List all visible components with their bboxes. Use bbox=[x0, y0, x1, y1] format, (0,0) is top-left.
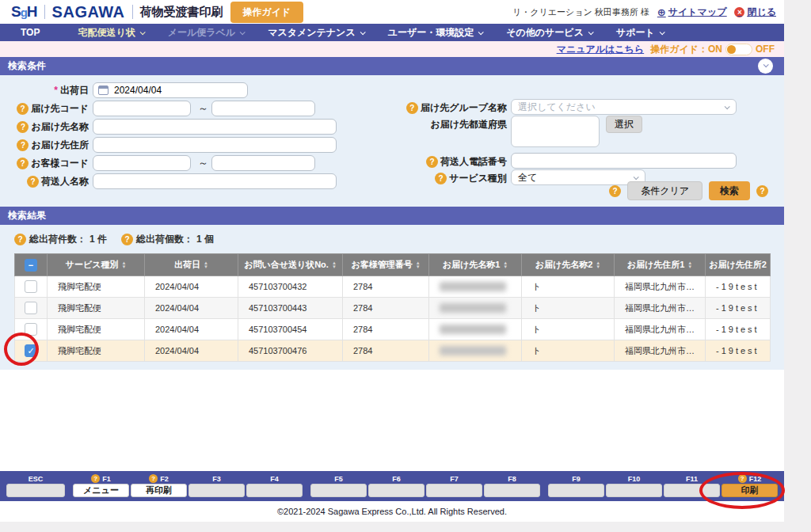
dest-code-to-input[interactable] bbox=[211, 101, 315, 116]
help-icon[interactable]: ? bbox=[17, 103, 29, 115]
dest-name-input[interactable] bbox=[93, 119, 337, 135]
col-header-dest-addr1[interactable]: お届け先住所1▲▼ bbox=[615, 254, 706, 276]
cell-customer-no: 2784 bbox=[343, 340, 429, 362]
ship-date-input[interactable] bbox=[93, 82, 248, 98]
page: SgH SAGAWA 荷物受渡書印刷 操作ガイド リ・クリエーション 秋田事務所… bbox=[0, 0, 784, 522]
cell-dest-name1 bbox=[429, 340, 522, 362]
col-header-service[interactable]: サービス種別▲▼ bbox=[48, 254, 145, 276]
help-icon[interactable]: ? bbox=[426, 156, 438, 168]
clear-conditions-button[interactable]: 条件クリア bbox=[627, 181, 702, 200]
sort-icon[interactable]: ▲▼ bbox=[121, 261, 126, 269]
pref-select-button[interactable]: 選択 bbox=[606, 116, 642, 133]
collapse-button[interactable] bbox=[758, 59, 773, 74]
help-icon[interactable]: ? bbox=[27, 176, 39, 188]
cell-ship-date: 2024/04/04 bbox=[145, 340, 238, 362]
help-icon[interactable]: ? bbox=[609, 185, 621, 197]
col-header-customer-no[interactable]: お客様管理番号▲▼ bbox=[343, 254, 429, 276]
fn-key-f5: F5 bbox=[310, 473, 367, 497]
select-all-checkbox[interactable]: − bbox=[25, 259, 37, 272]
col-header-dest-name1[interactable]: お届け先名称1▲▼ bbox=[429, 254, 522, 276]
search-results-header: 検索結果 bbox=[0, 207, 784, 225]
operation-guide-button[interactable]: 操作ガイド bbox=[230, 2, 304, 23]
row-checkbox-checked[interactable]: ✓ bbox=[25, 344, 37, 357]
sort-icon[interactable]: ▲▼ bbox=[204, 261, 208, 269]
help-icon[interactable]: ? bbox=[756, 185, 768, 197]
col-header-ship-date[interactable]: 出荷日▲▼ bbox=[145, 254, 238, 276]
manual-link[interactable]: マニュアルはこちら bbox=[557, 43, 645, 56]
guide-toggle[interactable] bbox=[725, 44, 752, 55]
customer-code-label: ?お客様コード bbox=[0, 157, 89, 170]
shipper-tel-input[interactable] bbox=[511, 153, 737, 169]
col-header-dest-addr2[interactable]: お届け先住所2 bbox=[706, 254, 771, 276]
print-button[interactable]: 印刷 bbox=[722, 484, 778, 497]
help-icon[interactable]: ? bbox=[406, 102, 418, 114]
sort-icon[interactable]: ▲▼ bbox=[687, 261, 692, 269]
f7-button[interactable] bbox=[426, 484, 482, 497]
chevron-down-icon bbox=[763, 62, 769, 67]
fn-key-f11: F11 bbox=[664, 473, 720, 497]
divider bbox=[44, 5, 45, 19]
help-icon[interactable]: ? bbox=[121, 234, 133, 245]
sort-icon[interactable]: ▲▼ bbox=[332, 261, 337, 269]
col-header-tracking-no[interactable]: お問い合せ送り状No.▲▼ bbox=[238, 254, 343, 276]
select-all-header[interactable]: − bbox=[15, 254, 48, 276]
help-icon[interactable]: ? bbox=[17, 158, 29, 169]
nav-item-master-maintenance[interactable]: マスタメンテナンス bbox=[268, 26, 388, 40]
reprint-button[interactable]: 再印刷 bbox=[131, 484, 187, 497]
nav-item-other-services[interactable]: その他のサービス bbox=[506, 26, 616, 40]
help-icon[interactable]: ? bbox=[738, 474, 747, 483]
f8-button[interactable] bbox=[484, 484, 540, 497]
row-checkbox[interactable] bbox=[25, 280, 37, 293]
search-form: *出荷日 ?届け先コード ～ ?お届け先名称 ?お届け先住所 ?お客様コード bbox=[0, 75, 784, 207]
f3-button[interactable] bbox=[188, 484, 245, 497]
close-link[interactable]: ×閉じる bbox=[734, 6, 776, 19]
f11-button[interactable] bbox=[664, 484, 720, 497]
fn-key-f4: F4 bbox=[246, 473, 303, 497]
dest-pref-input[interactable] bbox=[511, 116, 600, 147]
dest-code-from-input[interactable] bbox=[93, 101, 191, 116]
nav-item-top[interactable]: TOP bbox=[21, 27, 78, 38]
shipper-tel-label: ?荷送人電話番号 bbox=[380, 153, 507, 169]
cell-dest-name2: ト bbox=[522, 340, 615, 362]
help-icon[interactable]: ? bbox=[17, 139, 29, 151]
sort-icon[interactable]: ▲▼ bbox=[503, 261, 508, 269]
sort-icon[interactable]: ▲▼ bbox=[416, 261, 421, 269]
cell-customer-no: 2784 bbox=[343, 319, 429, 340]
fn-group-2: F5 F6 F7 F8 bbox=[310, 473, 540, 497]
row-checkbox[interactable] bbox=[25, 323, 37, 336]
f10-button[interactable] bbox=[606, 484, 662, 497]
nav-item-support[interactable]: サポート bbox=[616, 26, 687, 40]
customer-code-to-input[interactable] bbox=[211, 155, 315, 171]
shipper-name-input[interactable] bbox=[93, 173, 337, 189]
f4-button[interactable] bbox=[246, 484, 303, 497]
cell-tracking-no: 457103700432 bbox=[238, 276, 343, 298]
f6-button[interactable] bbox=[368, 484, 425, 497]
sort-icon[interactable]: ▲▼ bbox=[596, 261, 600, 269]
search-button[interactable]: 検索 bbox=[709, 181, 750, 200]
f5-button[interactable] bbox=[310, 484, 367, 497]
row-checkbox[interactable] bbox=[25, 302, 37, 314]
ship-date-row: *出荷日 bbox=[0, 82, 784, 99]
main-nav: TOP 宅配便送り状 メール便ラベル マスタメンテナンス ユーザー・環境設定 そ… bbox=[0, 24, 784, 41]
customer-code-from-input[interactable] bbox=[93, 155, 191, 171]
chevron-down-icon bbox=[240, 29, 246, 35]
sitemap-link[interactable]: ⊕サイトマップ bbox=[657, 6, 727, 19]
esc-button[interactable] bbox=[6, 484, 65, 497]
toggle-knob bbox=[727, 45, 736, 54]
help-icon[interactable]: ? bbox=[149, 474, 158, 483]
chevron-down-icon bbox=[634, 174, 639, 180]
help-icon[interactable]: ? bbox=[17, 121, 29, 133]
help-icon[interactable]: ? bbox=[14, 234, 26, 245]
calendar-icon[interactable] bbox=[98, 86, 109, 95]
cell-dest-addr1: 福岡県北九州市… bbox=[615, 276, 706, 298]
cell-tracking-no: 457103700443 bbox=[238, 298, 343, 319]
menu-button[interactable]: メニュー bbox=[73, 484, 129, 497]
dest-addr-input[interactable] bbox=[93, 137, 337, 153]
f9-button[interactable] bbox=[548, 484, 604, 497]
dest-group-select[interactable]: 選択してください bbox=[511, 99, 737, 115]
nav-item-takuhaibin-invoice[interactable]: 宅配便送り状 bbox=[78, 26, 167, 40]
nav-item-user-settings[interactable]: ユーザー・環境設定 bbox=[388, 26, 507, 40]
help-icon[interactable]: ? bbox=[91, 474, 100, 483]
col-header-dest-name2[interactable]: お届け先名称2▲▼ bbox=[522, 254, 615, 276]
help-icon[interactable]: ? bbox=[435, 173, 447, 184]
